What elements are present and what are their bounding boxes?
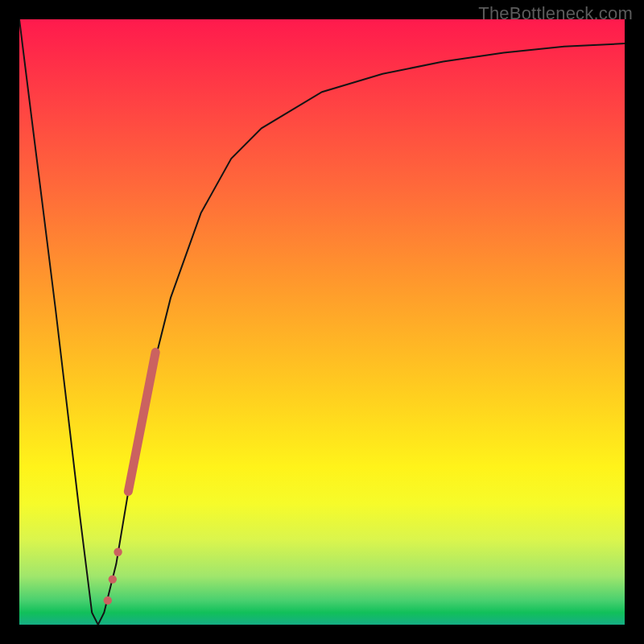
accent-dot xyxy=(109,575,117,583)
accent-segment xyxy=(128,353,155,492)
chart-frame: TheBottleneck.com xyxy=(0,0,644,644)
curve-svg xyxy=(19,19,625,625)
plot-area xyxy=(19,19,625,625)
accent-dots-group xyxy=(104,548,122,605)
accent-dot xyxy=(104,597,112,605)
curve-path xyxy=(19,19,625,625)
bottleneck-curve xyxy=(19,19,625,625)
accent-segment-group xyxy=(128,353,155,492)
watermark-text: TheBottleneck.com xyxy=(478,3,633,24)
accent-dot xyxy=(114,548,122,556)
